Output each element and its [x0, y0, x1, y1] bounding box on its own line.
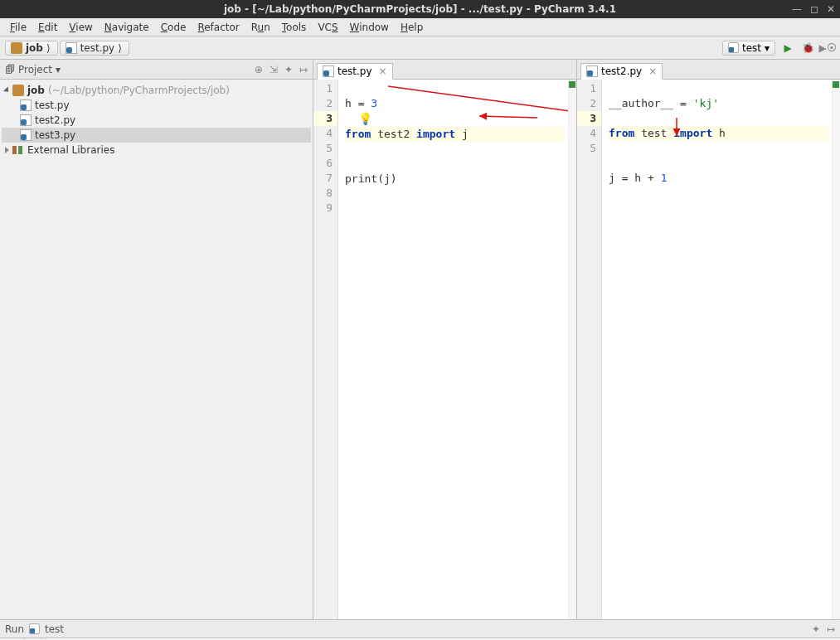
settings-gear-icon[interactable]: ✦	[284, 64, 293, 75]
expand-icon[interactable]	[5, 147, 9, 153]
tree-file[interactable]: test2.py	[2, 113, 311, 128]
project-view-icon: 🗐	[5, 64, 15, 75]
window-titlebar: job - [~/Lab/python/PyCharmProjects/job]…	[0, 0, 840, 18]
folder-icon	[12, 85, 24, 96]
intention-bulb-icon[interactable]: 💡	[358, 112, 372, 125]
folder-icon	[11, 42, 22, 54]
navigation-bar: job ⟩ test.py ⟩ test ▾ ▶ 🐞 ▶⦿	[0, 36, 840, 60]
project-tool-window: 🗐Project ▾ ⊕ ⇲ ✦ ↦ job (~/Lab/python/PyC…	[0, 60, 313, 619]
error-stripe[interactable]	[568, 80, 576, 619]
python-icon	[29, 623, 40, 634]
menu-help[interactable]: Help	[396, 20, 428, 35]
run-config-label: test	[45, 623, 64, 635]
project-root[interactable]: job (~/Lab/python/PyCharmProjects/job)	[2, 83, 311, 98]
breadcrumb-file[interactable]: test.py ⟩	[60, 41, 129, 56]
menu-edit[interactable]: Edit	[33, 20, 62, 35]
tree-file[interactable]: test3.py	[2, 128, 311, 143]
hide-icon[interactable]: ↦	[299, 64, 308, 75]
code-area[interactable]: h = 3 💡 from test2 import j print(j)	[338, 80, 568, 619]
editor-left: test.py× 123456789 h = 3 💡 from test2 im…	[313, 60, 577, 619]
line-gutter[interactable]: 12345	[577, 80, 602, 619]
status-indicator-icon	[569, 81, 575, 88]
run-config-selector[interactable]: test ▾	[722, 41, 775, 56]
window-title: job - [~/Lab/python/PyCharmProjects/job]…	[224, 3, 616, 15]
run-tool-window: Runtest ✦ ↦ ▶ ■ ⏸ ⇲ ✖ ✕ ? ↑ ↓ ⤶ 🖶 🗑 /usr…	[0, 619, 840, 640]
breadcrumb-project[interactable]: job ⟩	[5, 41, 58, 56]
project-tree[interactable]: job (~/Lab/python/PyCharmProjects/job) t…	[0, 80, 313, 161]
run-title-label: Run	[5, 623, 24, 635]
close-tab-icon[interactable]: ×	[379, 65, 387, 77]
collapse-all-icon[interactable]: ⇲	[269, 64, 278, 75]
menu-bar: File Edit View Navigate Code Refactor Ru…	[0, 18, 840, 36]
menu-window[interactable]: Window	[345, 20, 394, 35]
coverage-button[interactable]: ▶⦿	[820, 41, 835, 56]
settings-gear-icon[interactable]: ✦	[812, 623, 820, 635]
tree-file[interactable]: test.py	[2, 98, 311, 113]
hide-icon[interactable]: ↦	[827, 623, 835, 635]
python-file-icon	[586, 65, 598, 77]
error-stripe[interactable]	[832, 80, 840, 619]
library-icon	[12, 146, 24, 154]
svg-line-0	[388, 86, 576, 113]
python-file-icon	[66, 42, 77, 54]
menu-vcs[interactable]: VCS	[313, 20, 342, 35]
close-icon[interactable]: ✕	[827, 3, 835, 15]
expand-icon[interactable]	[3, 86, 11, 94]
menu-refactor[interactable]: Refactor	[192, 20, 244, 35]
breadcrumb: job ⟩ test.py ⟩	[5, 41, 129, 56]
sidebar-title[interactable]: Project	[18, 64, 52, 75]
python-file-icon	[20, 114, 32, 126]
python-file-icon	[20, 99, 32, 111]
editor-tab[interactable]: test.py×	[317, 63, 393, 80]
menu-navigate[interactable]: Navigate	[100, 20, 154, 35]
menu-code[interactable]: Code	[156, 20, 192, 35]
line-gutter[interactable]: 123456789	[313, 80, 338, 619]
status-indicator-icon	[833, 81, 839, 88]
python-file-icon	[20, 129, 32, 141]
close-tab-icon[interactable]: ×	[648, 65, 657, 77]
minimize-icon[interactable]: —	[792, 3, 802, 15]
editor-right: test2.py× 12345 __author__ = 'kj' from t…	[577, 60, 840, 619]
python-icon	[728, 42, 739, 53]
debug-button[interactable]: 🐞	[800, 41, 815, 56]
editor-tab[interactable]: test2.py×	[580, 63, 663, 80]
maximize-icon[interactable]: ◻	[810, 3, 818, 15]
menu-file[interactable]: File	[5, 20, 32, 35]
menu-run[interactable]: Run	[246, 20, 275, 35]
run-button[interactable]: ▶	[780, 41, 795, 56]
menu-view[interactable]: View	[64, 20, 97, 35]
external-libraries[interactable]: External Libraries	[2, 143, 311, 158]
menu-tools[interactable]: Tools	[277, 20, 312, 35]
annotation-arrow-icon	[371, 80, 576, 212]
svg-line-1	[479, 116, 537, 118]
code-area[interactable]: __author__ = 'kj' from test import h j =…	[602, 80, 832, 619]
scroll-from-source-icon[interactable]: ⊕	[255, 64, 263, 75]
python-file-icon	[323, 65, 334, 77]
